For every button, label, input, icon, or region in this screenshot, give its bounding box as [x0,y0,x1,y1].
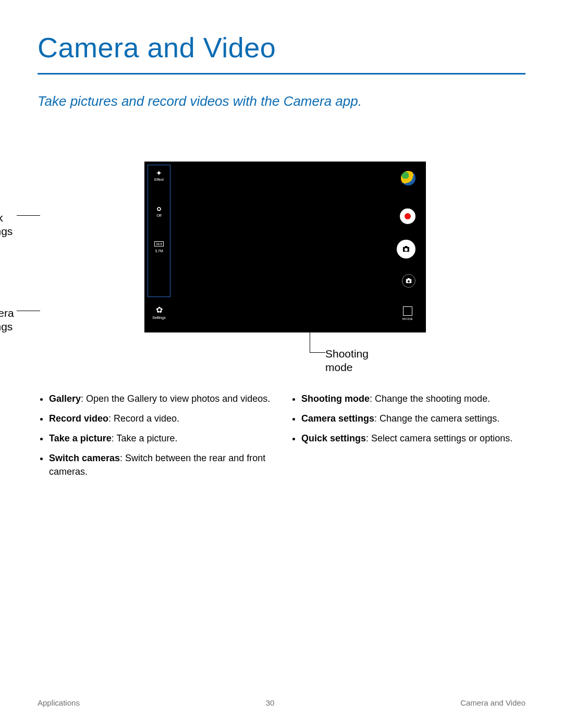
footer-right: Camera and Video [460,698,525,707]
camera-icon [397,240,415,258]
record-button[interactable] [400,208,415,224]
callout-take: Take a picture [325,243,394,256]
camera-settings-button[interactable]: ✿ Settings [148,305,170,319]
bullet-desc: : Open the Gallery to view photos and vi… [81,393,270,404]
page-footer: Applications 30 Camera and Video [38,698,525,707]
qs-ratio-mp: 3.7M [155,249,163,253]
record-icon [405,213,411,219]
callout-gallery: Gallery [325,173,360,187]
callout-mode: Shootingmode [325,347,369,375]
effect-icon: ✦ [156,169,162,177]
bullet-term: Record video [49,413,108,424]
bullet-term: Camera settings [301,413,374,424]
qs-timer-label: Off [156,214,161,217]
bullet-term: Shooting mode [301,393,370,404]
page-tagline: Take pictures and record videos with the… [38,93,525,109]
qs-effect-label: Effect [154,178,164,181]
bullet-desc: : Take a picture. [112,433,178,443]
footer-left: Applications [38,698,80,707]
bullet-term: Gallery [49,393,81,404]
callout-record: Record video [325,211,390,224]
qs-blank2 [148,225,170,234]
bullet-desc: : Change the shooting mode. [370,393,490,404]
qs-ratio[interactable]: 16:9 3.7M [148,241,170,253]
leader-line [314,280,326,281]
bullet-term: Switch cameras [49,453,120,463]
mode-button[interactable]: MODE [400,306,415,320]
bullet-desc: : Select camera settings or options. [366,433,512,443]
leader-line [314,216,326,216]
bullet-desc: : Change the camera settings. [374,413,499,424]
bullet-item: Take a picture: Take a picture. [49,431,273,445]
bullet-column-left: Gallery: Open the Gallery to view photos… [38,392,273,485]
camera-diagram: ✦ Effect ⭘ Off 16:9 3.7M ✿ Settings [38,162,525,375]
bullet-term: Take a picture [49,433,112,443]
switch-camera-icon [402,274,415,288]
leader-line [314,178,326,179]
bullet-term: Quick settings [301,433,366,443]
gallery-button[interactable] [401,171,415,186]
timer-icon: ⭘ [155,205,163,213]
bullet-item: Quick settings: Select camera settings o… [301,431,525,445]
gear-icon: ✿ [148,305,170,315]
shutter-button[interactable] [397,240,415,258]
page-title: Camera and Video [38,31,525,64]
bullet-item: Gallery: Open the Gallery to view photos… [49,392,273,405]
leader-line [310,352,325,353]
leader-line [17,215,40,216]
switch-camera-button[interactable] [402,274,415,288]
leader-line [17,311,40,311]
ratio-icon: 16:9 [154,241,164,246]
qs-blank1 [148,189,170,198]
title-rule [38,73,525,75]
bullet-item: Camera settings: Change the camera setti… [301,412,525,425]
bullet-item: Shooting mode: Change the shooting mode. [301,392,525,405]
footer-page: 30 [266,698,275,707]
leader-line [310,313,310,352]
qs-effect[interactable]: ✦ Effect [148,169,170,181]
quick-settings-strip: ✦ Effect ⭘ Off 16:9 3.7M [148,165,170,297]
leader-line [314,249,326,250]
bullet-item: Record video: Record a video. [49,412,273,425]
camera-settings-label: Settings [148,316,170,319]
bullet-item: Switch cameras: Switch between the rear … [49,451,273,478]
callout-switch: Switchcameras [325,275,368,303]
bullet-column-right: Shooting mode: Change the shooting mode.… [290,392,525,485]
qs-timer[interactable]: ⭘ Off [148,205,170,217]
mode-label: MODE [400,317,415,320]
mode-icon [403,306,412,316]
bullet-desc: : Record a video. [108,413,179,424]
